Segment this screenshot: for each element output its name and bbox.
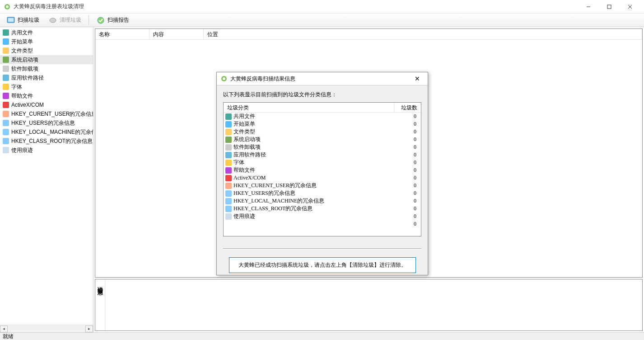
result-row[interactable]: 软件卸载项0 <box>224 143 421 151</box>
result-row-icon <box>225 113 232 120</box>
sidebar-item-0[interactable]: 共用文件 <box>0 28 93 37</box>
result-row-label: 开始菜单 <box>233 120 398 128</box>
sidebar-item-2[interactable]: 文件类型 <box>0 46 93 55</box>
sidebar-item-7[interactable]: 帮助文件 <box>0 91 93 100</box>
sidebar-item-icon <box>3 57 9 63</box>
clean-icon <box>48 16 57 25</box>
result-row-count: 0 <box>398 144 421 151</box>
result-row-icon <box>225 190 232 197</box>
result-row-count: 0 <box>398 167 421 174</box>
sidebar-item-icon <box>3 120 9 126</box>
result-row[interactable]: 应用软件路径0 <box>224 151 421 159</box>
svg-rect-7 <box>8 18 14 22</box>
result-row[interactable]: HKEY_CURENT_USER的冗余信息0 <box>224 182 421 189</box>
titlebar: 大黄蜂反病毒注册表垃圾清理 <box>0 0 644 14</box>
sidebar-item-5[interactable]: 应用软件路径 <box>0 73 93 82</box>
result-row-icon <box>225 206 232 212</box>
result-row[interactable]: 系统启动项0 <box>224 136 421 143</box>
sidebar-item-6[interactable]: 字体 <box>0 82 93 91</box>
sidebar-scrollbar[interactable]: ◄ ► <box>0 325 93 332</box>
result-row-icon <box>225 144 232 151</box>
sidebar-item-9[interactable]: HKEY_CURENT_USER的冗余信息 <box>0 109 93 118</box>
result-row[interactable]: 字体0 <box>224 159 421 166</box>
result-row[interactable]: 使用痕迹0 <box>224 212 421 220</box>
scan-result-dialog: 大黄蜂反病毒扫描结果信息 ✕ 以下列表显示目前扫描到的垃圾文件分类信息： 垃圾分… <box>216 72 428 275</box>
sidebar-item-icon <box>3 75 9 81</box>
result-row-icon <box>225 137 232 143</box>
result-row[interactable]: 共用文件0 <box>224 113 421 120</box>
sidebar-item-icon <box>3 47 9 54</box>
dialog-message-button[interactable]: 大黄蜂已经成功扫描系统垃圾，请点击左上角【清除垃圾】进行清除。 <box>229 257 416 273</box>
result-row[interactable]: 文件类型0 <box>224 128 421 136</box>
sidebar-item-12[interactable]: HKEY_CLASS_ROOT的冗余信息 <box>0 137 93 146</box>
result-row-icon <box>225 160 232 166</box>
svg-point-11 <box>223 77 225 80</box>
result-row[interactable]: HKEY_USERS的冗余信息0 <box>224 189 421 197</box>
result-row[interactable]: 0 <box>224 220 421 228</box>
column-location[interactable]: 位置 <box>204 29 642 39</box>
column-name[interactable]: 名称 <box>95 29 149 39</box>
list-header: 名称 内容 位置 <box>95 29 642 40</box>
result-row[interactable]: ActiveX/COM0 <box>224 174 421 182</box>
sidebar-item-8[interactable]: ActiveX/COM <box>0 100 93 109</box>
sidebar-item-icon <box>3 66 9 72</box>
report-button[interactable]: 扫描报告 <box>93 14 133 26</box>
sidebar-item-1[interactable]: 开始菜单 <box>0 37 93 46</box>
svg-point-1 <box>6 5 9 8</box>
sidebar-item-4[interactable]: 软件卸载项 <box>0 64 93 73</box>
result-row-count: 0 <box>398 221 421 227</box>
toolbar: 扫描垃圾 清理垃圾 扫描报告 <box>0 14 644 27</box>
dialog-icon <box>220 75 228 82</box>
result-header-count[interactable]: 垃圾数 <box>394 103 421 112</box>
result-row-icon <box>225 213 232 220</box>
sidebar-item-label: HKEY_USERS的冗余信息 <box>11 119 75 127</box>
sidebar-item-11[interactable]: HKEY_LOCAL_MACHINE的冗余信息 <box>0 128 93 137</box>
result-row[interactable]: 帮助文件0 <box>224 166 421 174</box>
close-button[interactable] <box>620 0 640 13</box>
result-row-icon <box>225 121 232 128</box>
dialog-body: 以下列表显示目前扫描到的垃圾文件分类信息： 垃圾分类 垃圾数 共用文件0开始菜单… <box>217 85 428 242</box>
sidebar-item-icon <box>3 84 9 90</box>
result-row-count: 0 <box>398 159 421 166</box>
statusbar: 就绪 <box>0 332 644 340</box>
maximize-button[interactable] <box>599 0 620 13</box>
result-row-label: HKEY_USERS的冗余信息 <box>233 189 398 197</box>
dialog-footer: 大黄蜂已经成功扫描系统垃圾，请点击左上角【清除垃圾】进行清除。 <box>217 249 428 281</box>
minimize-button[interactable] <box>578 0 599 13</box>
result-row-count: 0 <box>398 213 421 220</box>
result-row[interactable]: 开始菜单0 <box>224 120 421 128</box>
clean-button[interactable]: 清理垃圾 <box>45 14 85 26</box>
result-row-icon <box>225 167 232 174</box>
result-row[interactable]: HKEY_LOCAL_MACHINE的冗余信息0 <box>224 197 421 205</box>
result-row[interactable]: HKEY_CLASS_ROOT的冗余信息0 <box>224 205 421 212</box>
result-row-label: HKEY_CURENT_USER的冗余信息 <box>233 182 398 189</box>
sidebar-item-3[interactable]: 系统启动项 <box>0 55 93 64</box>
scroll-right-button[interactable]: ► <box>85 326 93 332</box>
app-icon <box>4 3 11 10</box>
result-row-label: 使用痕迹 <box>233 212 398 220</box>
clean-label: 清理垃圾 <box>60 16 81 24</box>
dialog-close-button[interactable]: ✕ <box>411 73 424 84</box>
sidebar-item-10[interactable]: HKEY_USERS的冗余信息 <box>0 118 93 128</box>
report-label: 扫描报告 <box>107 16 129 24</box>
scroll-track[interactable] <box>8 326 85 332</box>
column-content[interactable]: 内容 <box>149 29 204 39</box>
result-header-category[interactable]: 垃圾分类 <box>224 103 394 112</box>
result-row-count: 0 <box>398 182 421 189</box>
toolbar-separator <box>89 15 89 25</box>
result-row-count: 0 <box>398 151 421 158</box>
result-row-count: 0 <box>398 113 421 120</box>
sidebar-item-label: 系统启动项 <box>11 56 38 64</box>
scan-button[interactable]: 扫描垃圾 <box>3 14 43 26</box>
result-row-label: ActiveX/COM <box>233 175 398 181</box>
result-header: 垃圾分类 垃圾数 <box>224 103 421 113</box>
result-row-icon <box>225 221 232 227</box>
window-title: 大黄蜂反病毒注册表垃圾清理 <box>14 3 578 10</box>
scroll-left-button[interactable]: ◄ <box>0 326 8 332</box>
status-text: 就绪 <box>3 333 14 340</box>
sidebar-item-13[interactable]: 使用痕迹 <box>0 146 93 155</box>
sidebar-item-icon <box>3 129 9 135</box>
sidebar-item-label: 文件类型 <box>11 47 33 55</box>
dialog-title: 大黄蜂反病毒扫描结果信息 <box>230 75 411 83</box>
sidebar-item-label: 开始菜单 <box>11 38 33 46</box>
